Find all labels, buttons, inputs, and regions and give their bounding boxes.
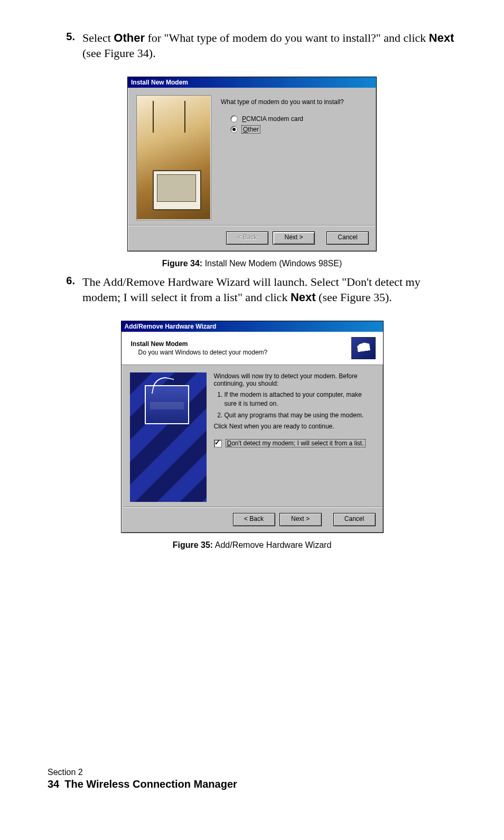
dialog-body: What type of modem do you want to instal…: [128, 88, 376, 226]
radio-icon: [230, 115, 238, 123]
step-5: 5. Select Other for "What type of modem …: [48, 31, 456, 61]
cancel-button[interactable]: Cancel: [333, 513, 376, 526]
figure-35-caption: Figure 35: Add/Remove Hardware Wizard: [173, 540, 332, 550]
step-6-number: 6.: [48, 275, 82, 305]
wizard-side-image-icon: [130, 372, 207, 502]
dialog-titlebar: Install New Modem: [128, 77, 376, 88]
back-button[interactable]: < Back: [233, 513, 275, 526]
step-6: 6. The Add/Remove Hardware Wizard will l…: [48, 275, 456, 305]
step-5-bold-next: Next: [429, 31, 454, 44]
wizard-header-subtitle: Do you want Windows to detect your modem…: [138, 349, 268, 356]
figure-34-caption: Figure 34: Install New Modem (Windows 98…: [162, 259, 342, 268]
radio-icon: [230, 126, 238, 133]
wizard-prep-item-2: Quit any programs that may be using the …: [225, 411, 375, 419]
page-number: 34: [48, 778, 59, 790]
wizard-click-next-text: Click Next when you are ready to continu…: [214, 423, 375, 430]
document-page: 5. Select Other for "What type of modem …: [0, 0, 504, 814]
install-new-modem-dialog: Install New Modem What type of modem do …: [127, 77, 377, 251]
wizard-header-band: Install New Modem Do you want Windows to…: [122, 332, 383, 365]
dialog-body: Windows will now try to detect your mode…: [122, 365, 383, 507]
figure-35-caption-num: Figure 35:: [173, 540, 213, 549]
radio-pcmcia[interactable]: PCMCIA modem card: [230, 115, 368, 123]
wizard-intro-text: Windows will now try to detect your mode…: [214, 372, 375, 387]
wizard-side-image-icon: [136, 95, 211, 220]
cancel-button[interactable]: Cancel: [326, 231, 369, 245]
step-6-text: The Add/Remove Hardware Wizard will laun…: [82, 275, 456, 305]
page-footer: Section 2 34The Wireless Connection Mana…: [48, 768, 456, 790]
figure-35: Add/Remove Hardware Wizard Install New M…: [48, 321, 456, 550]
dont-detect-checkbox[interactable]: Don't detect my modem; I will select it …: [214, 440, 375, 447]
modem-header-icon: [351, 337, 376, 359]
section-label: Section 2: [48, 768, 456, 777]
step-5-text: Select Other for "What type of modem do …: [82, 31, 456, 61]
figure-35-caption-text: Add/Remove Hardware Wizard: [213, 540, 331, 549]
dont-detect-checkbox-label: Don't detect my modem; I will select it …: [226, 440, 365, 447]
step-5-number: 5.: [48, 31, 82, 61]
figure-34: Install New Modem What type of modem do …: [48, 77, 456, 268]
wizard-prep-list: If the modem is attached to your compute…: [225, 390, 375, 419]
back-button[interactable]: < Back: [226, 231, 268, 245]
radio-pcmcia-label: PCMCIA modem card: [242, 115, 303, 123]
wizard-header-title: Install New Modem: [131, 340, 268, 348]
step-5-text-c: (see Figure 34).: [82, 46, 156, 60]
dialog-button-row: < Back Next > Cancel: [129, 226, 375, 251]
dialog-button-row: < Back Next > Cancel: [123, 507, 382, 533]
step-5-text-a: Select: [82, 31, 114, 44]
radio-other-label: Other: [242, 126, 260, 133]
figure-34-caption-text: Install New Modem (Windows 98SE): [202, 259, 342, 268]
dialog-titlebar: Add/Remove Hardware Wizard: [122, 321, 383, 332]
step-6-text-b: (see Figure 35).: [316, 291, 392, 304]
chapter-title: The Wireless Connection Manager: [64, 778, 237, 790]
next-button[interactable]: Next >: [279, 513, 322, 526]
step-5-bold-other: Other: [114, 31, 145, 44]
radio-other[interactable]: Other: [230, 126, 368, 133]
step-5-text-b: for "What type of modem do you want to i…: [145, 31, 429, 44]
next-button[interactable]: Next >: [273, 231, 315, 245]
modem-type-question: What type of modem do you want to instal…: [221, 98, 368, 106]
add-remove-hardware-wizard-dialog: Add/Remove Hardware Wizard Install New M…: [121, 321, 384, 533]
wizard-prep-item-1: If the modem is attached to your compute…: [225, 390, 375, 407]
figure-34-caption-num: Figure 34:: [162, 259, 202, 268]
checkbox-icon: [214, 440, 222, 447]
step-6-bold-next: Next: [291, 291, 316, 304]
